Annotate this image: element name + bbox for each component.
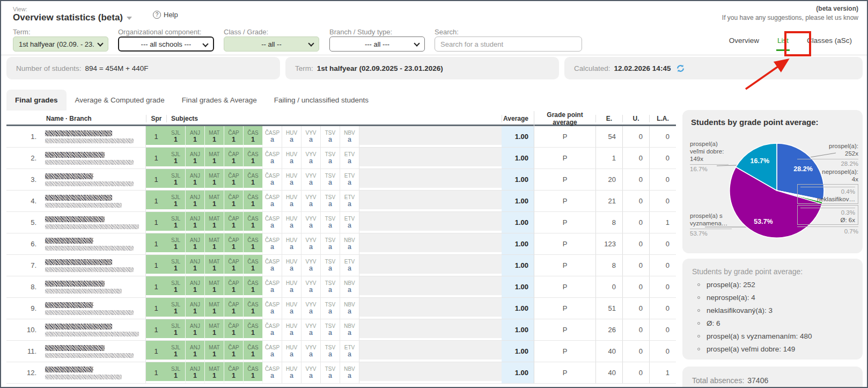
subject-grade-cell: ANJ1 (186, 148, 205, 169)
subject-value: 1 (251, 329, 255, 336)
subject-grade-cell: TSVa (321, 341, 340, 362)
subject-value: 1 (193, 265, 197, 272)
view-tabs: Overview List Classes (aSc) (729, 36, 852, 45)
subject-code: VYV (305, 237, 316, 243)
table-row[interactable]: 4.1SJL1ANJ1MAT1ČAP1ČAS1ČASPaHUVaVYVaTSVa… (6, 191, 676, 212)
table-row[interactable]: 1.1SJL1ANJ1MAT1ČAP1ČAS1ČASPaHUVaVYVaTSVa… (6, 126, 676, 148)
student-name-cell (41, 319, 146, 340)
callout-label: prospel(a) s (690, 212, 732, 219)
search-input[interactable] (435, 36, 582, 52)
table-row[interactable]: 2.1SJL1ANJ1MAT1ČAP1ČAS1ČASPaHUVaVYVaTSVa… (6, 148, 676, 169)
subject-grade-cell: SJL1 (166, 362, 186, 383)
branch-select[interactable]: --- all --- (329, 36, 425, 52)
subject-code: ČAP (228, 366, 239, 372)
subject-value: a (309, 179, 313, 186)
total-absences-value: 37406 (747, 376, 768, 388)
tab-classes-asc[interactable]: Classes (aSc) (807, 36, 852, 45)
help-button[interactable]: ? Help (153, 11, 178, 19)
unexcused-absences-cell: 0 (622, 298, 649, 319)
subject-grade-cell: ETVa (340, 255, 359, 276)
subject-code: NBV (344, 130, 355, 136)
subject-code: NBV (344, 280, 355, 286)
bullet-icon (697, 296, 700, 299)
refresh-icon[interactable] (676, 64, 685, 72)
subject-value: 1 (193, 329, 197, 336)
subject-grade-cell: HUVa (282, 212, 301, 233)
subject-code: ČAS (247, 280, 259, 286)
subject-grade-cell: ČASPa (263, 233, 282, 254)
subject-grade-cell: VYVa (301, 341, 321, 362)
subject-code: ETV (344, 151, 355, 157)
page-title[interactable]: Overview statistics (beta) (13, 12, 132, 23)
filler-cell (359, 233, 502, 254)
subject-value: 1 (174, 157, 178, 165)
table-row[interactable]: 10.1SJL1ANJ1MAT1ČAP1ČAS1ČASPaHUVaVYVaTSV… (6, 319, 676, 341)
tab-final-grades[interactable]: Final grades (6, 90, 67, 111)
subject-grade-cell: ANJ1 (186, 233, 205, 254)
gpa-stats-list: prospel(a): 252neprospel(a): 4neklasifik… (692, 281, 853, 353)
row-number: 11. (6, 341, 41, 362)
subject-code: TSV (325, 151, 335, 157)
censored-student-branch (45, 181, 134, 186)
row-number: 4. (6, 191, 41, 211)
table-row[interactable]: 11.1SJL1ANJ1MAT1ČAP1ČAS1ČASPaHUVaVYVaTSV… (6, 341, 676, 362)
tab-average-computed[interactable]: Average & Computed grade (67, 90, 173, 111)
subject-code: ČAS (247, 323, 259, 329)
subject-code: ČAP (228, 194, 239, 200)
pie-slice-5[interactable] (736, 143, 777, 191)
callout-label: 149x (690, 155, 729, 163)
gpa-cell: P (534, 298, 595, 319)
subject-code: HUV (286, 237, 297, 243)
chevron-down-icon (308, 40, 314, 46)
subject-code: SJL (171, 130, 180, 136)
grades-table-header: Name · Branch Spr Subjects Average Grade… (6, 112, 676, 126)
table-row[interactable]: 12.1SJL1ANJ1MAT1ČAP1ČAS1ČASPaHUVaVYVaTSV… (6, 362, 676, 384)
stats-item-text: prospel(a): 252 (707, 281, 755, 289)
subject-value: a (309, 157, 313, 165)
subject-code: SJL (171, 173, 180, 179)
la-cell: 0 (649, 298, 676, 319)
subject-code: NBV (344, 302, 355, 308)
subject-code: MAT (209, 130, 219, 136)
gpa-chart-title: Students by grade point average: (682, 110, 863, 127)
tab-failing-unclassified[interactable]: Failing / unclassified students (266, 90, 377, 111)
subject-code: ČAS (247, 345, 259, 350)
table-row[interactable]: 7.1SJL1ANJ1MAT1ČAP1ČAS1ČASPaHUVaVYVaTSVa… (6, 255, 676, 276)
subject-code: TSV (325, 130, 335, 136)
subject-code: ČASP (265, 366, 279, 372)
subject-grade-cell: HUVa (282, 362, 301, 383)
excused-absences-cell: 51 (595, 298, 622, 319)
filler-cell (359, 319, 502, 340)
term-select[interactable]: 1st halfyear (02.09. - 23.0 (13, 36, 108, 52)
subject-grade-cell: ČAP1 (224, 298, 244, 319)
table-row[interactable]: 6.1SJL1ANJ1MAT1ČAP1ČAS1ČASPaHUVaVYVaTSVa… (6, 233, 676, 255)
subject-grade-cell: HUVa (282, 276, 301, 297)
subject-code: SJL (171, 366, 180, 372)
subject-code: ANJ (190, 280, 200, 286)
spr-cell: 1 (146, 319, 166, 340)
subject-code: MAT (209, 345, 219, 350)
table-row[interactable]: 9.1SJL1ANJ1MAT1ČAP1ČAS1ČASPaHUVaVYVaTSVa… (6, 298, 676, 319)
tab-final-grades-average[interactable]: Final grades & Average (173, 90, 266, 111)
subject-value: a (290, 286, 293, 294)
subject-value: 1 (212, 286, 216, 294)
tab-overview[interactable]: Overview (729, 36, 759, 45)
tab-list[interactable]: List (777, 36, 789, 45)
stats-list-item: neklasifikovaný(á): 3 (697, 306, 853, 314)
subject-code: HUV (286, 173, 297, 179)
subject-value: 1 (232, 265, 236, 272)
subject-code: TSV (325, 302, 335, 308)
callout-group: neprospel(a):4x (797, 168, 858, 183)
subject-value: a (270, 200, 274, 208)
org-select[interactable]: --- all schools --- (118, 36, 214, 52)
table-row[interactable]: 8.1SJL1ANJ1MAT1ČAP1ČAS1ČASPaHUVaVYVaTSVa… (6, 276, 676, 298)
header-e: E. (595, 115, 622, 122)
class-select[interactable]: -- all -- (224, 36, 319, 52)
subject-value: 1 (212, 222, 216, 229)
table-row[interactable]: 5.1SJL1ANJ1MAT1ČAP1ČAS1ČASPaHUVaVYVaTSVa… (6, 212, 676, 233)
subject-grade-cell: ANJ1 (186, 126, 205, 147)
gpa-cell: P (534, 233, 595, 254)
subject-grade-cell: TSVa (321, 298, 340, 319)
subject-grade-cell: VYVa (301, 126, 321, 147)
table-row[interactable]: 3.1SJL1ANJ1MAT1ČAP1ČAS1ČASPaHUVaVYVaTSVa… (6, 169, 676, 191)
